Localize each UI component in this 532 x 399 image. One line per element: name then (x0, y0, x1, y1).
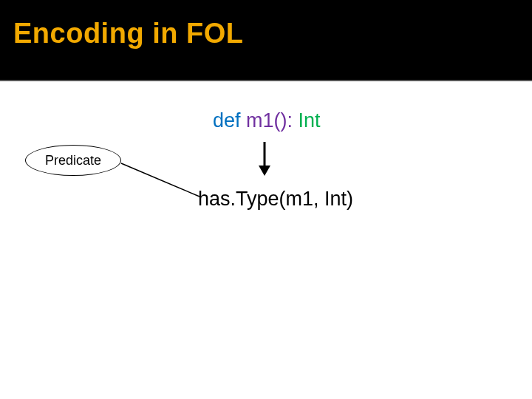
ident-m1: m1(): (246, 109, 293, 132)
colon (293, 109, 299, 132)
keyword-def: def (213, 109, 246, 132)
svg-marker-1 (259, 166, 270, 176)
predicate-oval: Predicate (25, 145, 121, 176)
title-underline (0, 80, 532, 81)
fol-expression: has.Type(m1, Int) (198, 188, 353, 211)
title-bar: Encoding in FOL (0, 0, 532, 80)
type-int: Int (299, 109, 321, 132)
code-definition: def m1(): Int (213, 109, 321, 132)
predicate-label: Predicate (45, 153, 101, 168)
down-arrow-icon (259, 142, 270, 176)
svg-line-2 (121, 163, 200, 197)
page-title: Encoding in FOL (13, 18, 532, 50)
